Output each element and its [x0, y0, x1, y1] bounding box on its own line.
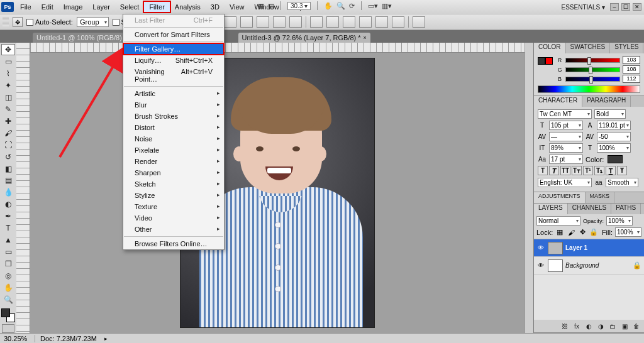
arrange-docs-icon[interactable]: ▥▾: [382, 2, 392, 10]
status-menu-icon[interactable]: ▸: [104, 335, 108, 342]
layer-row[interactable]: 👁 Layer 1: [534, 239, 644, 257]
quick-select-tool[interactable]: ✦: [1, 80, 15, 91]
faux-bold-button[interactable]: T: [538, 166, 548, 175]
distribute-left-button[interactable]: [359, 16, 372, 28]
layer-name[interactable]: Background: [565, 262, 599, 269]
3d-tool[interactable]: ❒: [1, 258, 15, 270]
crop-tool[interactable]: ◫: [1, 92, 15, 103]
menuitem-pixelate[interactable]: Pixelate: [123, 144, 224, 156]
tab-layers[interactable]: LAYERS: [534, 204, 568, 214]
font-style[interactable]: Bold: [594, 109, 626, 119]
gradient-tool[interactable]: ▤: [1, 175, 15, 186]
zoom-readout[interactable]: 30.25%: [4, 335, 35, 342]
menuitem-sketch[interactable]: Sketch: [123, 178, 224, 190]
align-bottom-button[interactable]: [289, 16, 302, 28]
vertical-scrollbar[interactable]: [525, 43, 533, 333]
align-hcenter-button[interactable]: [224, 16, 236, 28]
menu-view[interactable]: View: [225, 2, 250, 12]
tab-paths[interactable]: PATHS: [611, 204, 641, 214]
lasso-tool[interactable]: ⌇: [1, 68, 15, 79]
align-top-button[interactable]: [257, 16, 269, 28]
tab-styles[interactable]: STYLES: [610, 43, 643, 53]
menuitem-browse-online[interactable]: Browse Filters Online…: [123, 238, 224, 249]
blend-mode[interactable]: Normal: [536, 216, 580, 226]
font-family[interactable]: Tw Cen MT: [538, 109, 592, 119]
eraser-tool[interactable]: ◧: [1, 163, 15, 175]
horizontal-scale[interactable]: 100%: [597, 143, 631, 153]
r-value[interactable]: 103: [623, 56, 640, 64]
zoom-value[interactable]: 30.3 ▾: [287, 2, 311, 10]
menuitem-other[interactable]: Other: [123, 224, 224, 235]
pen-tool[interactable]: ✒: [1, 210, 15, 222]
bridge-icon[interactable]: ▦: [258, 2, 264, 10]
tracking[interactable]: -50: [597, 132, 631, 141]
group-icon[interactable]: 🗀: [608, 322, 618, 330]
menu-analysis[interactable]: Analysis: [170, 2, 206, 12]
layer-thumb[interactable]: [548, 242, 563, 254]
superscript-button[interactable]: T¹: [583, 166, 593, 175]
align-vcenter-button[interactable]: [273, 16, 286, 28]
link-layers-icon[interactable]: ⛓: [560, 322, 570, 330]
visibility-icon[interactable]: 👁: [536, 261, 545, 270]
zoom-icon[interactable]: 🔍: [336, 2, 345, 10]
smallcaps-button[interactable]: Tᴛ: [572, 166, 582, 175]
menu-3d[interactable]: 3D: [206, 2, 225, 12]
shape-tool[interactable]: ▭: [1, 246, 15, 258]
menu-image[interactable]: Image: [58, 2, 88, 12]
zoom-tool[interactable]: 🔍: [1, 294, 15, 305]
doc-tab-2[interactable]: Untitled-3 @ 72.6% (Layer 7, RGB/8) *×: [238, 33, 370, 43]
color-swatches[interactable]: [1, 308, 15, 322]
lock-image-icon[interactable]: 🖌: [567, 228, 575, 237]
menuitem-convert-smart[interactable]: Convert for Smart Filters: [123, 29, 224, 40]
text-color[interactable]: [608, 155, 623, 163]
canvas[interactable]: [30, 53, 525, 333]
doc-tab-1[interactable]: Untitled-1 @ 100% (RGB/8) *×: [33, 33, 136, 43]
faux-italic-button[interactable]: T: [549, 166, 559, 175]
path-select-tool[interactable]: ▲: [1, 234, 15, 246]
baseline-shift[interactable]: 17 pt: [549, 155, 583, 164]
lock-transparent-icon[interactable]: ▦: [555, 228, 564, 237]
adjustment-icon[interactable]: ◑: [596, 322, 606, 330]
tab-swatches[interactable]: SWATCHES: [566, 43, 611, 53]
quick-mask-toggle[interactable]: [2, 324, 14, 333]
tab-color[interactable]: COLOR: [534, 43, 566, 53]
tab-adjustments[interactable]: ADJUSTMENTS: [534, 192, 586, 203]
hand-icon[interactable]: ✋: [324, 2, 333, 10]
layer-name[interactable]: Layer 1: [565, 244, 587, 251]
workspace-switcher[interactable]: ESSENTIALS ▾: [558, 4, 609, 11]
vertical-scale[interactable]: 89%: [549, 143, 583, 153]
menuitem-brush-strokes[interactable]: Brush Strokes: [123, 111, 224, 122]
options-grabber[interactable]: [3, 17, 9, 27]
b-slider[interactable]: [565, 77, 620, 82]
strike-button[interactable]: Ŧ: [617, 166, 627, 175]
3d-camera-tool[interactable]: ◎: [1, 270, 15, 281]
kerning[interactable]: —: [549, 132, 583, 141]
history-brush-tool[interactable]: ↺: [1, 151, 15, 163]
menu-edit[interactable]: Edit: [36, 2, 58, 12]
distribute-right-button[interactable]: [392, 16, 404, 28]
dodge-tool[interactable]: ◐: [1, 199, 15, 210]
history-icon[interactable]: ▤: [268, 2, 274, 10]
align-right-button[interactable]: [240, 16, 253, 28]
menuitem-texture[interactable]: Texture: [123, 201, 224, 212]
r-slider[interactable]: [565, 58, 620, 63]
close-icon[interactable]: ×: [364, 35, 367, 41]
delete-icon[interactable]: 🗑: [631, 322, 641, 330]
allcaps-button[interactable]: TT: [560, 166, 570, 175]
distribute-bottom-button[interactable]: [343, 16, 355, 28]
menuitem-blur[interactable]: Blur: [123, 99, 224, 111]
marquee-tool[interactable]: ▭: [1, 56, 15, 67]
menu-filter[interactable]: Filter: [144, 2, 169, 12]
fill-value[interactable]: 100%: [615, 227, 641, 237]
close-button[interactable]: ✕: [633, 3, 641, 11]
lock-all-icon[interactable]: 🔒: [589, 228, 598, 237]
opacity-value[interactable]: 100%: [606, 216, 633, 226]
menuitem-liquify[interactable]: Liquify…Shift+Ctrl+X: [123, 55, 224, 66]
distribute-vcenter-button[interactable]: [326, 16, 339, 28]
language[interactable]: English: UK: [538, 178, 592, 187]
minimize-button[interactable]: –: [610, 3, 619, 11]
type-tool[interactable]: T: [1, 222, 15, 234]
move-tool[interactable]: ✥: [1, 44, 15, 55]
tab-paragraph[interactable]: PARAGRAPH: [582, 96, 631, 107]
menu-select[interactable]: Select: [115, 2, 145, 12]
